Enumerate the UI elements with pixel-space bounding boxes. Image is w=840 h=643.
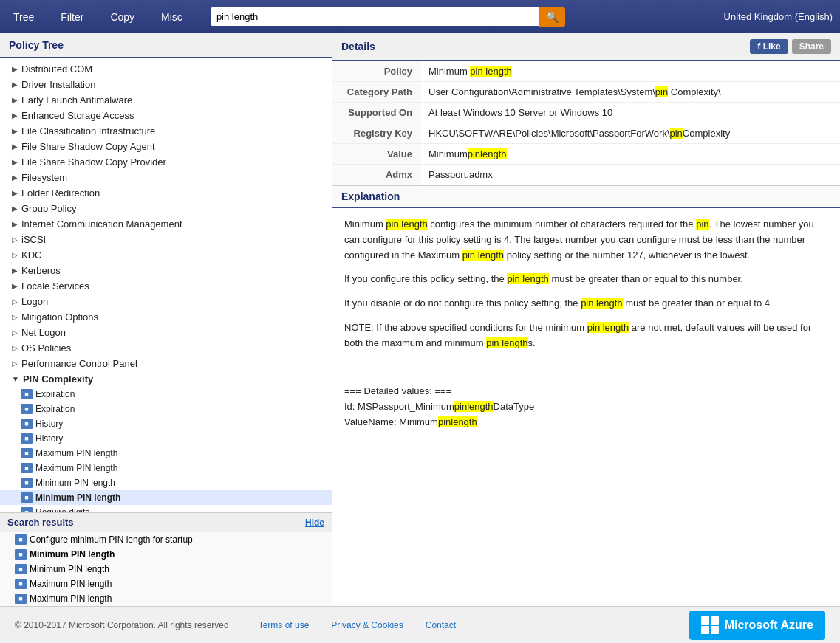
search-results-header: Search results Hide bbox=[0, 513, 332, 532]
policy-icon: ■ bbox=[15, 549, 27, 560]
tree-item-locale[interactable]: ▶ Locale Services bbox=[0, 278, 332, 294]
tree-subitem-req-digits-1[interactable]: ■ Require digits bbox=[0, 505, 332, 512]
win-sq-3 bbox=[701, 626, 709, 634]
tree-item-label: PIN Complexity bbox=[23, 374, 93, 385]
arrow-icon: ▶ bbox=[12, 220, 18, 228]
tree-subitem-max-pin-1[interactable]: ■ Maximum PIN length bbox=[0, 446, 332, 461]
tree-item-label: Net Logon bbox=[21, 327, 66, 338]
tree-item-driver-installation[interactable]: ▶ Driver Installation bbox=[0, 77, 332, 92]
search-button[interactable]: 🔍 bbox=[539, 7, 565, 27]
tree-subitem-history-1[interactable]: ■ History bbox=[0, 416, 332, 431]
highlight-pinlength: pinlength bbox=[454, 401, 494, 412]
policy-icon: ■ bbox=[21, 389, 33, 399]
arrow-icon: ▶ bbox=[12, 65, 18, 73]
tree-item-label: Logon bbox=[21, 296, 48, 307]
tree-item-kdc[interactable]: ▷ KDC bbox=[0, 247, 332, 263]
tree-item-group-policy[interactable]: ▶ Group Policy bbox=[0, 201, 332, 216]
tree-item-label: KDC bbox=[21, 250, 41, 261]
search-results-list[interactable]: ■ Configure minimum PIN length for start… bbox=[0, 532, 332, 606]
policy-icon: ■ bbox=[21, 404, 33, 414]
tree-subitem-expiration-1[interactable]: ■ Expiration bbox=[0, 387, 332, 402]
tree-item-iscsi[interactable]: ▷ iSCSI bbox=[0, 232, 332, 247]
tree-subitem-history-2[interactable]: ■ History bbox=[0, 431, 332, 446]
nav-misc[interactable]: Misc bbox=[155, 8, 188, 26]
tree-item-internet-comm[interactable]: ▶ Internet Communication Management bbox=[0, 216, 332, 232]
arrow-open-icon: ▼ bbox=[12, 375, 19, 383]
highlight-pin-length: pin length bbox=[581, 298, 622, 309]
search-result-item[interactable]: ■ Maximum PIN length bbox=[0, 577, 332, 591]
arrow-icon: ▶ bbox=[12, 204, 18, 213]
privacy-link[interactable]: Privacy & Cookies bbox=[331, 620, 403, 630]
search-result-item[interactable]: ■ Minimum PIN length bbox=[0, 562, 332, 577]
tree-item-kerberos[interactable]: ▶ Kerberos bbox=[0, 263, 332, 278]
policy-icon: ■ bbox=[21, 433, 33, 444]
highlight-pin-length: pin length bbox=[462, 250, 504, 261]
tree-item-enhanced-storage[interactable]: ▶ Enhanced Storage Access bbox=[0, 108, 332, 123]
tree-subitem-label: Maximum PIN length bbox=[35, 448, 117, 458]
detail-row-admx: Admx Passport.admx bbox=[332, 165, 840, 185]
arrow-icon: ▷ bbox=[12, 298, 18, 306]
tree-item-label: Locale Services bbox=[21, 281, 89, 292]
tree-item-label: Group Policy bbox=[21, 203, 76, 214]
detail-value-category: User Configuration\Administrative Templa… bbox=[421, 82, 840, 102]
tree-item-label: Kerberos bbox=[21, 265, 61, 276]
nav-tree[interactable]: Tree bbox=[7, 8, 40, 26]
policy-icon: ■ bbox=[21, 507, 33, 512]
tree-item-early-launch[interactable]: ▶ Early Launch Antimalware bbox=[0, 92, 332, 108]
arrow-icon: ▶ bbox=[12, 282, 18, 290]
policy-icon: ■ bbox=[15, 564, 27, 574]
tree-item-pin-complexity[interactable]: ▼ PIN Complexity bbox=[0, 371, 332, 387]
tree-item-label: Folder Redirection bbox=[21, 188, 100, 199]
search-result-item[interactable]: ■ Configure minimum PIN length for start… bbox=[0, 532, 332, 547]
tree-item-os-policies[interactable]: ▷ OS Policies bbox=[0, 340, 332, 356]
tree-item-filesystem[interactable]: ▶ Filesystem bbox=[0, 170, 332, 185]
search-result-label: Maximum PIN length bbox=[30, 594, 112, 604]
detail-label-category: Category Path bbox=[332, 82, 421, 102]
hide-button[interactable]: Hide bbox=[305, 518, 324, 528]
windows-icon bbox=[701, 616, 719, 634]
win-sq-1 bbox=[701, 616, 709, 625]
tree-item-file-share-provider[interactable]: ▶ File Share Shadow Copy Provider bbox=[0, 154, 332, 170]
arrow-icon: ▶ bbox=[12, 80, 18, 89]
search-bar: 🔍 bbox=[211, 7, 565, 27]
search-result-item-active[interactable]: ■ Minimum PIN length bbox=[0, 547, 332, 562]
explanation-para-detailed: === Detailed values: === Id: MSPassport_… bbox=[344, 384, 828, 430]
highlight-pin: pin bbox=[655, 86, 668, 97]
azure-label: Microsoft Azure bbox=[725, 619, 813, 632]
tree-subitem-label: Require digits bbox=[35, 507, 89, 512]
explanation-para-1: Minimum pin length configures the minimu… bbox=[344, 217, 828, 263]
tree-item-logon[interactable]: ▷ Logon bbox=[0, 294, 332, 309]
search-result-label: Minimum PIN length bbox=[30, 549, 115, 560]
tree-item-distributed-com[interactable]: ▶ Distributed COM bbox=[0, 61, 332, 77]
contact-link[interactable]: Contact bbox=[426, 620, 456, 630]
explanation-para-5 bbox=[344, 360, 828, 376]
policy-icon: ■ bbox=[15, 534, 27, 545]
search-input[interactable] bbox=[211, 7, 539, 26]
tree-item-file-share-agent[interactable]: ▶ File Share Shadow Copy Agent bbox=[0, 139, 332, 154]
nav-copy[interactable]: Copy bbox=[104, 8, 140, 26]
detail-value-supported: At least Windows 10 Server or Windows 10 bbox=[421, 103, 840, 123]
details-header: Details f Like Share bbox=[332, 33, 840, 61]
tree-item-folder-redirection[interactable]: ▶ Folder Redirection bbox=[0, 185, 332, 201]
left-panel: Policy Tree ▶ Distributed COM ▶ Driver I… bbox=[0, 33, 332, 606]
tree-subitem-expiration-2[interactable]: ■ Expiration bbox=[0, 402, 332, 416]
tree-item-label: Mitigation Options bbox=[21, 312, 98, 323]
tree-content[interactable]: ▶ Distributed COM ▶ Driver Installation … bbox=[0, 58, 332, 512]
nav-filter[interactable]: Filter bbox=[55, 8, 89, 26]
tree-subitem-min-pin-active[interactable]: ■ Minimum PIN length bbox=[0, 490, 332, 505]
tree-item-perf-control[interactable]: ▷ Performance Control Panel bbox=[0, 356, 332, 371]
locale-label: United Kingdom (English) bbox=[724, 11, 833, 22]
tree-subitem-min-pin-1[interactable]: ■ Minimum PIN length bbox=[0, 475, 332, 490]
tree-subitem-max-pin-2[interactable]: ■ Maximum PIN length bbox=[0, 461, 332, 475]
terms-link[interactable]: Terms of use bbox=[259, 620, 310, 630]
explanation-header: Explanation bbox=[332, 186, 840, 208]
search-results: Search results Hide ■ Configure minimum … bbox=[0, 512, 332, 606]
share-button[interactable]: Share bbox=[792, 39, 831, 54]
highlight-pin-length: pin length bbox=[587, 322, 629, 333]
tree-item-net-logon[interactable]: ▷ Net Logon bbox=[0, 325, 332, 340]
tree-item-mitigation[interactable]: ▷ Mitigation Options bbox=[0, 309, 332, 325]
tree-item-file-class[interactable]: ▶ File Classification Infrastructure bbox=[0, 123, 332, 139]
arrow-icon: ▷ bbox=[12, 329, 18, 337]
search-result-item[interactable]: ■ Maximum PIN length bbox=[0, 591, 332, 606]
facebook-like-button[interactable]: f Like bbox=[750, 39, 788, 54]
